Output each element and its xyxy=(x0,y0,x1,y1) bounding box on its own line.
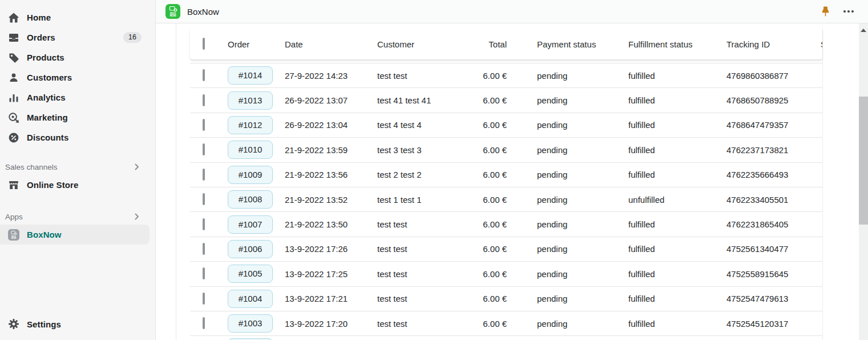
fulfillment-status: fulfilled xyxy=(628,145,726,155)
orders-table-header: Order Date Customer Total Payment status… xyxy=(190,29,822,59)
order-number-link[interactable]: #1007 xyxy=(228,215,273,234)
sidebar-nav: Home Orders 16 Products Customers Analyt… xyxy=(0,0,155,147)
analytics-icon xyxy=(8,92,19,103)
sidebar-item-home[interactable]: Home xyxy=(0,7,155,27)
table-row[interactable]: #1003 13-9-2022 17:20 test test 6.00 € p… xyxy=(190,311,822,335)
order-date: 13-9-2022 17:20 xyxy=(285,319,377,329)
order-number-link[interactable]: #1008 xyxy=(228,190,273,209)
row-checkbox[interactable] xyxy=(203,243,205,255)
tracking-id: 4762237173821 xyxy=(726,145,821,155)
tracking-id: 4769860386877 xyxy=(726,71,821,81)
col-header-order: Order xyxy=(228,39,285,49)
sidebar-item-online-store[interactable]: Online Store xyxy=(0,175,155,195)
select-all-checkbox[interactable] xyxy=(203,38,205,50)
storefront-icon xyxy=(8,179,19,191)
order-date: 21-9-2022 13:56 xyxy=(285,170,377,179)
sidebar-item-discounts[interactable]: Discounts xyxy=(0,127,155,147)
order-total: 6.00 € xyxy=(480,120,537,130)
scrollbar-thumb[interactable] xyxy=(859,97,868,225)
tracking-id: 4752547479613 xyxy=(726,294,821,303)
row-checkbox[interactable] xyxy=(203,69,205,81)
table-row[interactable] xyxy=(190,335,822,340)
sidebar-item-orders[interactable]: Orders 16 xyxy=(0,27,155,47)
sidebar-item-customers[interactable]: Customers xyxy=(0,67,155,87)
row-checkbox[interactable] xyxy=(203,119,205,131)
pin-app-button[interactable] xyxy=(819,5,831,18)
tracking-id: 4762231865405 xyxy=(726,219,821,229)
row-checkbox[interactable] xyxy=(203,143,205,155)
col-header-fulfillment: Fulfillment status xyxy=(628,39,726,49)
fulfillment-status: fulfilled xyxy=(628,95,726,105)
row-checkbox[interactable] xyxy=(203,317,205,329)
table-row[interactable]: #1013 26-9-2022 13:07 test 41 test 41 6.… xyxy=(190,87,822,112)
order-date: 26-9-2022 13:07 xyxy=(285,95,377,105)
payment-status: pending xyxy=(537,71,628,81)
sidebar: Home Orders 16 Products Customers Analyt… xyxy=(0,0,156,340)
fulfillment-status: fulfilled xyxy=(628,294,726,303)
payment-status: pending xyxy=(537,269,628,279)
row-checkbox[interactable] xyxy=(203,193,205,205)
payment-status: pending xyxy=(537,319,628,329)
sidebar-item-boxnow[interactable]: BOXNOW BoxNow xyxy=(0,225,150,245)
fulfillment-status: unfulfilled xyxy=(628,195,726,205)
order-number-link[interactable]: #1003 xyxy=(228,314,273,333)
chevron-right-icon[interactable] xyxy=(134,213,140,220)
order-customer: test 1 test 1 xyxy=(377,195,480,205)
order-date: 21-9-2022 13:52 xyxy=(285,195,377,205)
boxnow-app-icon: BOXNOW xyxy=(165,4,180,19)
order-customer: test test xyxy=(377,71,480,81)
table-row[interactable]: #1009 21-9-2022 13:56 test 2 test 2 6.00… xyxy=(190,162,822,187)
row-checkbox[interactable] xyxy=(203,94,205,106)
order-number-link[interactable]: #1010 xyxy=(228,141,273,159)
boxnow-label: BoxNow xyxy=(27,230,62,239)
more-actions-button[interactable] xyxy=(842,9,855,14)
order-number-link[interactable]: #1014 xyxy=(228,66,273,85)
fulfillment-status: fulfilled xyxy=(628,120,726,130)
sidebar-section-apps[interactable]: Apps xyxy=(0,209,155,225)
chevron-right-icon[interactable] xyxy=(134,163,140,170)
order-number-link[interactable]: #1005 xyxy=(228,265,273,283)
table-row[interactable]: #1012 26-9-2022 13:04 test 4 test 4 6.00… xyxy=(190,113,822,137)
order-number-link[interactable]: #1012 xyxy=(228,116,273,134)
fulfillment-status: fulfilled xyxy=(628,269,726,279)
row-checkbox[interactable] xyxy=(203,218,205,230)
order-number-link[interactable]: #1013 xyxy=(228,91,273,110)
order-number-link[interactable]: #1009 xyxy=(228,166,273,184)
app-panel-border xyxy=(176,23,176,340)
order-customer: test test xyxy=(377,269,480,279)
sidebar-item-products[interactable]: Products xyxy=(0,47,155,67)
table-row[interactable]: #1014 27-9-2022 14:23 test test 6.00 € p… xyxy=(190,63,822,87)
order-total: 6.00 € xyxy=(480,244,537,254)
sidebar-item-marketing[interactable]: Marketing xyxy=(0,107,155,127)
payment-status: pending xyxy=(537,120,628,130)
customers-icon xyxy=(8,72,19,83)
order-number-link[interactable]: #1006 xyxy=(228,240,273,258)
order-total: 6.00 € xyxy=(480,195,537,205)
sidebar-item-settings[interactable]: Settings xyxy=(0,313,155,335)
ellipsis-icon xyxy=(843,10,854,13)
table-row[interactable]: #1010 21-9-2022 13:59 test 3 test 3 6.00… xyxy=(190,137,822,162)
order-number-link[interactable]: #1004 xyxy=(228,290,273,308)
orders-icon xyxy=(8,32,19,43)
gear-icon xyxy=(8,318,19,330)
table-row[interactable]: #1008 21-9-2022 13:52 test 1 test 1 6.00… xyxy=(190,187,822,211)
scroll-up-arrow-icon[interactable] xyxy=(861,29,866,32)
fulfillment-status: fulfilled xyxy=(628,170,726,179)
sidebar-item-analytics[interactable]: Analytics xyxy=(0,87,155,107)
pushpin-icon xyxy=(821,6,830,17)
order-customer: test 41 test 41 xyxy=(377,95,480,105)
row-checkbox[interactable] xyxy=(203,169,205,181)
table-row[interactable]: #1006 13-9-2022 17:26 test test 6.00 € p… xyxy=(190,237,822,261)
home-icon xyxy=(8,12,19,23)
sidebar-section-sales-channels[interactable]: Sales channels xyxy=(0,159,155,175)
table-row[interactable]: #1005 13-9-2022 17:25 test test 6.00 € p… xyxy=(190,261,822,286)
order-customer: test test xyxy=(377,244,480,254)
vertical-scrollbar[interactable] xyxy=(859,23,868,340)
table-row[interactable]: #1004 13-9-2022 17:21 test test 6.00 € p… xyxy=(190,286,822,311)
row-checkbox[interactable] xyxy=(203,267,205,279)
order-customer: test 3 test 3 xyxy=(377,145,480,155)
row-checkbox[interactable] xyxy=(203,293,205,305)
table-row[interactable]: #1007 21-9-2022 13:50 test test 6.00 € p… xyxy=(190,211,822,236)
marketing-icon xyxy=(8,112,19,123)
order-total: 6.00 € xyxy=(480,145,537,155)
